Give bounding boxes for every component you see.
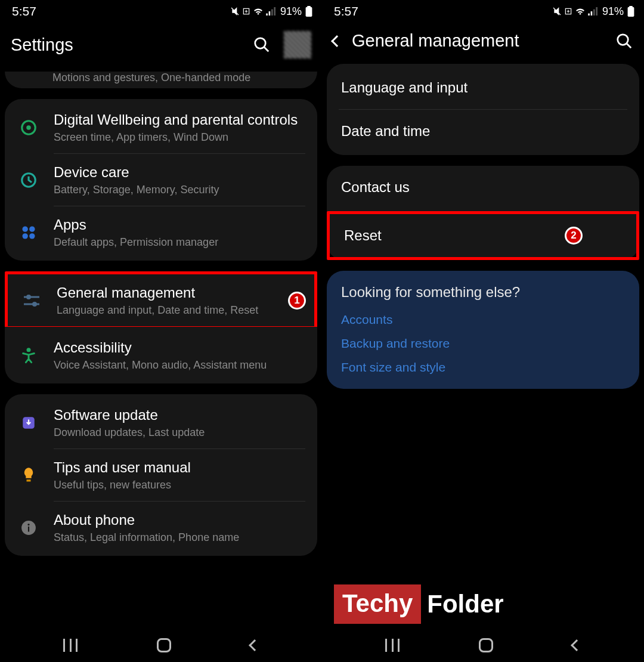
search-icon[interactable] — [253, 36, 271, 54]
nav-home[interactable] — [157, 638, 171, 652]
battery-percent: 91% — [602, 5, 624, 18]
svg-point-25 — [27, 523, 29, 525]
gm-item-reset[interactable]: Reset 2 — [330, 214, 636, 257]
step-badge-2: 2 — [565, 227, 583, 245]
sliders-icon — [23, 293, 41, 308]
settings-item-software-update[interactable]: Software updateDownload updates, Last up… — [5, 397, 317, 448]
clock: 5:57 — [334, 4, 358, 18]
svg-rect-29 — [593, 10, 595, 16]
mute-icon — [552, 7, 562, 16]
search-icon[interactable] — [615, 32, 633, 50]
accessibility-icon — [20, 347, 37, 364]
battery-icon — [305, 6, 312, 17]
bulb-icon — [22, 467, 35, 484]
svg-point-33 — [618, 34, 628, 45]
settings-header: Settings — [0, 23, 322, 72]
status-bar: 5:57 91% — [322, 0, 644, 23]
nav-bar — [0, 629, 322, 662]
clock: 5:57 — [12, 4, 36, 18]
svg-point-12 — [23, 226, 28, 231]
settings-item-tips[interactable]: Tips and user manualUseful tips, new fea… — [5, 449, 317, 501]
step-badge-1: 1 — [288, 292, 306, 310]
device-care-icon — [20, 171, 38, 189]
data-saver-icon — [242, 7, 250, 16]
svg-rect-2 — [269, 11, 271, 16]
settings-item-general[interactable]: General managementLanguage and input, Da… — [8, 274, 314, 326]
battery-icon — [627, 6, 634, 17]
status-icons: 91% — [552, 5, 634, 18]
suggest-link-backup[interactable]: Backup and restore — [341, 336, 625, 351]
suggest-link-accounts[interactable]: Accounts — [341, 313, 625, 327]
suggestions-title: Looking for something else? — [341, 284, 625, 301]
status-bar: 5:57 91% — [0, 0, 322, 23]
svg-rect-5 — [306, 7, 312, 17]
suggest-link-font[interactable]: Font size and style — [341, 360, 625, 375]
svg-rect-32 — [629, 6, 632, 8]
svg-line-34 — [627, 43, 631, 48]
svg-rect-24 — [28, 526, 29, 531]
settings-item-device-care[interactable]: Device careBattery, Storage, Memory, Sec… — [5, 154, 317, 206]
signal-icon — [588, 7, 599, 16]
svg-rect-27 — [588, 14, 590, 16]
nav-bar — [322, 629, 644, 662]
svg-rect-31 — [628, 7, 634, 17]
svg-point-19 — [32, 302, 37, 307]
settings-item-advanced-features[interactable]: Motions and gestures, One-handed mode — [5, 72, 317, 88]
svg-point-14 — [23, 233, 28, 239]
gm-item-datetime[interactable]: Date and time — [327, 110, 639, 153]
gm-item-language[interactable]: Language and input — [327, 66, 639, 109]
svg-line-8 — [264, 47, 269, 52]
nav-home[interactable] — [479, 638, 493, 652]
update-icon — [21, 415, 36, 431]
nav-back[interactable] — [249, 639, 261, 651]
nav-recent[interactable] — [385, 639, 400, 652]
svg-rect-22 — [27, 480, 31, 482]
phone-settings: 5:57 91% Settings Motions and gestures, … — [0, 0, 322, 662]
wellbeing-icon — [20, 119, 38, 137]
settings-group-2: AccessibilityVoice Assistant, Mono audio… — [5, 327, 317, 383]
settings-group-1: Digital Wellbeing and parental controlsS… — [5, 99, 317, 261]
svg-point-13 — [29, 226, 35, 231]
page-title: General management — [352, 31, 519, 51]
svg-rect-3 — [271, 10, 273, 16]
gm-group-1: Language and input Date and time — [327, 64, 639, 155]
nav-back[interactable] — [571, 639, 583, 651]
settings-item-wellbeing[interactable]: Digital Wellbeing and parental controlsS… — [5, 101, 317, 153]
back-icon[interactable] — [331, 35, 343, 47]
svg-rect-1 — [266, 14, 268, 16]
page-title: Settings — [11, 35, 73, 55]
mute-icon — [230, 7, 240, 16]
watermark: Techy Folder — [334, 584, 504, 624]
apps-icon — [20, 224, 37, 241]
settings-item-apps[interactable]: AppsDefault apps, Permission manager — [5, 206, 317, 258]
svg-point-20 — [27, 348, 31, 352]
data-saver-icon — [564, 7, 572, 16]
svg-rect-30 — [596, 7, 597, 16]
gm-header: General management — [322, 23, 644, 64]
avatar[interactable] — [284, 31, 311, 58]
gm-item-contact-us[interactable]: Contact us — [327, 166, 639, 209]
nav-recent[interactable] — [63, 639, 78, 652]
settings-item-about-phone[interactable]: About phoneStatus, Legal information, Ph… — [5, 502, 317, 553]
settings-group-3: Software updateDownload updates, Last up… — [5, 394, 317, 556]
battery-percent: 91% — [280, 5, 302, 18]
info-icon — [21, 520, 36, 536]
settings-item-general-highlight: General managementLanguage and input, Da… — [5, 271, 317, 329]
svg-point-17 — [26, 295, 31, 299]
svg-point-7 — [255, 38, 266, 49]
svg-rect-28 — [591, 11, 593, 16]
svg-point-15 — [29, 233, 35, 239]
signal-icon — [266, 7, 277, 16]
svg-point-10 — [26, 125, 31, 130]
phone-general-management: 5:57 91% General management Language and… — [322, 0, 644, 662]
suggestions-panel: Looking for something else? Accounts Bac… — [327, 271, 639, 389]
status-icons: 91% — [230, 5, 312, 18]
wifi-icon — [575, 7, 586, 16]
wifi-icon — [253, 7, 264, 16]
gm-group-2: Contact us Reset 2 — [327, 166, 639, 260]
svg-rect-4 — [274, 7, 275, 16]
svg-rect-6 — [307, 6, 310, 8]
settings-item-accessibility[interactable]: AccessibilityVoice Assistant, Mono audio… — [5, 329, 317, 381]
